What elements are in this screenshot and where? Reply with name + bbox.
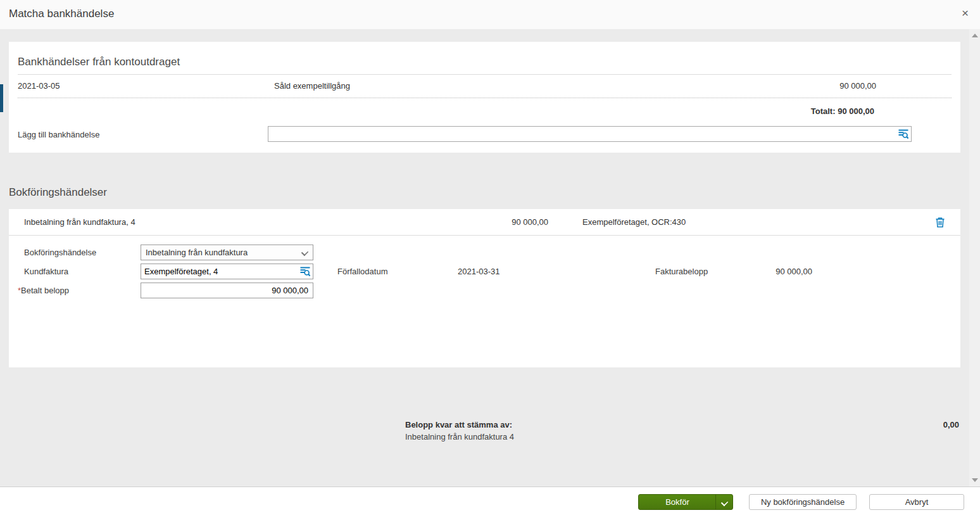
new-accounting-event-button[interactable]: Ny bokföringshändelse xyxy=(749,494,857,510)
remaining-amount-subtext: Inbetalning från kundfaktura 4 xyxy=(405,432,514,442)
paid-amount-input[interactable] xyxy=(147,283,308,298)
transaction-amount: 90 000,00 xyxy=(839,81,876,91)
add-bank-event-input[interactable] xyxy=(271,127,891,141)
post-options-button[interactable] xyxy=(715,495,732,509)
add-bank-event-field xyxy=(268,126,912,142)
match-bank-event-dialog: Matcha bankhändelse × Bankhändelser från… xyxy=(0,0,980,515)
close-icon[interactable]: × xyxy=(962,7,969,20)
due-date-label: Förfallodatum xyxy=(337,267,387,276)
transaction-date: 2021-03-05 xyxy=(18,81,60,91)
dialog-titlebar: Matcha bankhändelse × xyxy=(0,0,980,29)
invoice-amount-label: Fakturabelopp xyxy=(655,267,708,276)
due-date-value: 2021-03-31 xyxy=(458,267,500,276)
customer-invoice-input[interactable] xyxy=(144,264,295,279)
transaction-description: Såld exempeltillgång xyxy=(274,81,350,91)
scroll-up-icon[interactable] xyxy=(972,34,978,37)
entry-title: Inbetalning från kundfaktura, 4 xyxy=(24,217,135,227)
cancel-button[interactable]: Avbryt xyxy=(869,494,964,510)
post-split-button: Bokför xyxy=(638,494,733,510)
dialog-footer: Bokför Ny bokföringshändelse Avbryt xyxy=(0,486,980,515)
scroll-down-icon[interactable] xyxy=(972,478,978,482)
invoice-amount-value: 90 000,00 xyxy=(737,267,812,276)
trash-icon[interactable] xyxy=(934,217,946,228)
customer-invoice-label: Kundfaktura xyxy=(24,267,68,276)
accounting-section-title: Bokföringshändelser xyxy=(9,186,107,199)
search-list-icon[interactable] xyxy=(898,129,909,139)
event-type-value: Inbetalning från kundfaktura xyxy=(146,248,248,257)
vertical-scrollbar[interactable] xyxy=(969,29,980,486)
chevron-down-icon xyxy=(302,250,307,255)
bank-transactions-panel: Bankhändelser från kontoutdraget 2021-03… xyxy=(9,42,960,153)
customer-invoice-field xyxy=(141,264,313,279)
paid-amount-field xyxy=(141,283,313,298)
bank-total-value: 90 000,00 xyxy=(838,106,874,116)
entry-reference: Exempelföretaget, OCR:430 xyxy=(582,217,686,227)
accounting-entry-row: Inbetalning från kundfaktura, 4 90 000,0… xyxy=(9,209,960,236)
paid-amount-label: *Betalt belopp xyxy=(18,286,69,295)
dialog-title: Matcha bankhändelse xyxy=(9,8,114,20)
bank-total: Totalt: 90 000,00 xyxy=(811,106,874,116)
background-nav-sliver xyxy=(0,84,3,112)
entry-amount: 90 000,00 xyxy=(421,217,548,227)
event-type-label: Bokföringshändelse xyxy=(24,248,96,257)
remaining-amount-value: 0,00 xyxy=(943,420,959,429)
bank-total-label: Totalt: xyxy=(811,106,836,116)
event-type-select[interactable]: Inbetalning från kundfaktura xyxy=(141,245,313,260)
post-button[interactable]: Bokför xyxy=(639,495,716,509)
search-list-icon[interactable] xyxy=(299,266,311,277)
chevron-down-icon xyxy=(722,500,727,505)
bank-section-title: Bankhändelser från kontoutdraget xyxy=(18,56,180,68)
add-bank-event-label: Lägg till bankhändelse xyxy=(18,130,99,139)
accounting-events-panel: Inbetalning från kundfaktura, 4 90 000,0… xyxy=(9,209,960,367)
bank-transaction-row: 2021-03-05 Såld exempeltillgång 90 000,0… xyxy=(18,75,952,98)
remaining-amount-label: Belopp kvar att stämma av: xyxy=(405,420,512,429)
